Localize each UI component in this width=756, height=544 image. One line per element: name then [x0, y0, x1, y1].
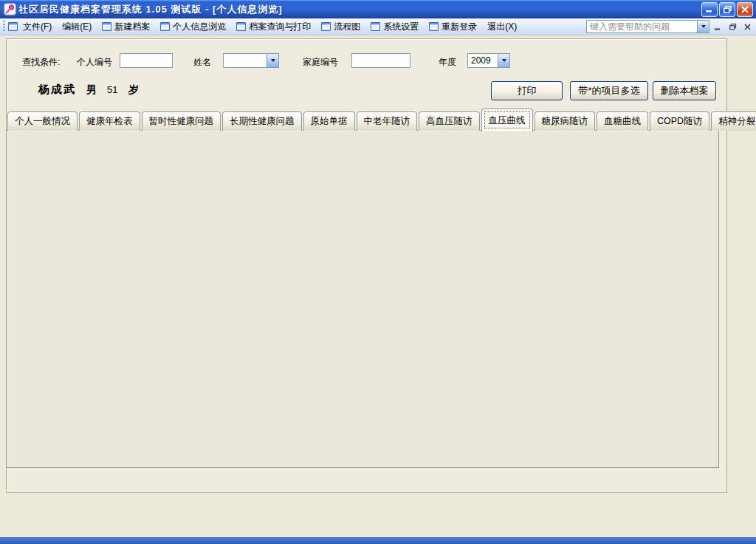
patient-age-unit: 岁 [128, 83, 138, 97]
menu-item-label: 文件(F) [23, 21, 52, 33]
mdi-restore-button[interactable] [726, 21, 739, 33]
tab-10[interactable]: 血糖曲线 [597, 111, 648, 131]
family-id-label: 家庭编号 [303, 56, 338, 69]
help-search-input[interactable] [586, 20, 697, 33]
menu-bar: 文件(F)编辑(E)新建档案个人信息浏览档案查询与打印流程图系统设置重新登录退出… [0, 18, 756, 35]
menu-item-4[interactable]: 个人信息浏览 [155, 19, 231, 35]
form-icon [236, 22, 246, 31]
chevron-down-icon [701, 25, 706, 28]
tab-3[interactable]: 暂时性健康问题 [142, 111, 221, 131]
menu-item-1[interactable]: 文件(F) [18, 19, 57, 35]
chevron-down-icon [502, 59, 506, 62]
name-combobox-arrow-button[interactable] [267, 54, 278, 67]
menu-item-2[interactable]: 编辑(E) [57, 19, 97, 35]
menu-item-label: 档案查询与打印 [249, 21, 311, 33]
close-button[interactable] [737, 2, 753, 17]
mdi-minimize-button[interactable] [712, 21, 724, 33]
tab-9[interactable]: 糖尿病随访 [535, 111, 596, 131]
menu-item-label: 编辑(E) [62, 21, 92, 33]
tab-1[interactable]: 个人一般情况 [7, 111, 78, 131]
form-icon [160, 22, 170, 31]
menu-item-9[interactable]: 退出(X) [482, 19, 522, 35]
form-icon [8, 22, 18, 31]
menu-item-label: 系统设置 [383, 21, 419, 33]
multi-select-button[interactable]: 带*的项目多选 [570, 81, 648, 100]
menu-item-8[interactable]: 重新登录 [424, 19, 482, 35]
name-label: 姓名 [193, 56, 211, 69]
patient-summary: 杨成武 男 51 岁 [38, 83, 138, 97]
person-id-input[interactable] [120, 53, 173, 68]
chevron-down-icon [271, 59, 275, 62]
tab-4[interactable]: 长期性健康问题 [222, 111, 302, 131]
year-combobox-arrow-button[interactable] [498, 54, 509, 67]
form-icon [371, 22, 380, 31]
menu-item-label: 新建档案 [114, 21, 150, 33]
menu-item-3[interactable]: 新建档案 [97, 19, 155, 35]
menu-item-7[interactable]: 系统设置 [365, 19, 424, 35]
family-id-input[interactable] [351, 53, 410, 68]
form-icon [429, 22, 439, 31]
patient-name: 杨成武 [38, 83, 76, 97]
window-bottom-border [0, 537, 756, 544]
search-criteria-label: 查找条件: [22, 56, 60, 69]
form-icon [321, 22, 331, 31]
window-title: 社区居民健康档案管理系统 1.05 测试版 - [个人信息浏览] [18, 3, 700, 16]
minimize-button[interactable] [701, 2, 718, 17]
name-combobox[interactable] [223, 53, 279, 68]
title-bar: 社区居民健康档案管理系统 1.05 测试版 - [个人信息浏览] [0, 0, 756, 18]
tab-11[interactable]: COPD随访 [650, 111, 709, 131]
person-id-label: 个人编号 [77, 56, 112, 69]
year-combobox-value: 2009 [468, 54, 498, 67]
mdi-close-button[interactable] [741, 21, 754, 33]
menu-item-label: 流程图 [334, 21, 360, 33]
restore-button[interactable] [719, 2, 735, 17]
tab-2[interactable]: 健康年检表 [79, 111, 140, 131]
tab-7[interactable]: 高血压随访 [419, 111, 480, 131]
patient-age: 51 [107, 84, 117, 95]
menu-item-label: 个人信息浏览 [173, 21, 226, 33]
tab-12[interactable]: 精神分裂症随访 [711, 111, 756, 131]
menu-item-label: 重新登录 [441, 21, 477, 33]
tab-page-blood-pressure-curve [6, 130, 719, 468]
toolbar-grip-handle[interactable] [3, 21, 5, 32]
menu-item-5[interactable]: 档案查询与打印 [231, 19, 316, 35]
form-icon [102, 22, 111, 31]
year-combobox[interactable]: 2009 [467, 53, 510, 68]
menu-item-6[interactable]: 流程图 [316, 19, 365, 35]
year-label: 年度 [439, 56, 456, 69]
help-search-box [586, 20, 709, 33]
name-combobox-value [224, 54, 267, 67]
delete-record-button[interactable]: 删除本档案 [653, 81, 716, 100]
print-record-button[interactable]: 打印 [491, 81, 563, 100]
tab-8[interactable]: 血压曲线 [481, 109, 533, 131]
patient-gender: 男 [86, 83, 97, 97]
app-icon [4, 3, 16, 16]
help-dropdown-button[interactable] [697, 20, 709, 33]
tab-5[interactable]: 原始单据 [303, 111, 355, 131]
tab-6[interactable]: 中老年随访 [357, 111, 418, 131]
menu-item-label: 退出(X) [487, 21, 517, 33]
tab-strip: 个人一般情况健康年检表暂时性健康问题长期性健康问题原始单据中老年随访高血压随访血… [7, 109, 756, 131]
